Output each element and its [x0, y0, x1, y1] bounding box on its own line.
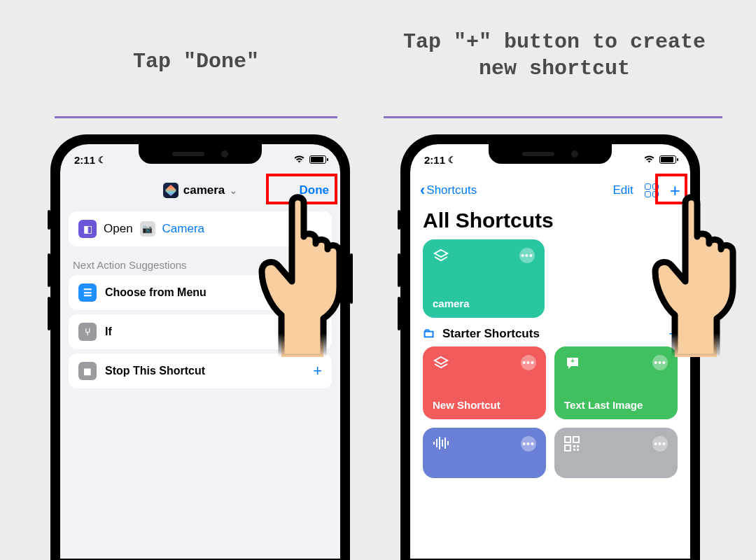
add-suggestion-icon[interactable]: + — [313, 284, 322, 302]
qr-icon — [564, 436, 580, 454]
nav-bar-editor: camera ⌄ Done — [60, 175, 340, 206]
notch — [489, 144, 612, 164]
screen-left: 2:11☾ camera ⌄ Done ◧ Open 📷 Camera Next… — [60, 144, 340, 559]
svg-rect-9 — [565, 445, 570, 451]
shortcuts-app-icon — [163, 183, 178, 198]
folder-add-icon[interactable]: + — [668, 325, 678, 343]
suggestions-header: Next Action Suggestions — [73, 259, 328, 271]
svg-rect-11 — [577, 445, 579, 447]
folder-icon: 🗀 — [423, 326, 435, 341]
folder-starter[interactable]: 🗀 Starter Shortcuts + — [423, 326, 678, 341]
suggestion-stop[interactable]: ◼ Stop This Shortcut + — [69, 354, 332, 388]
tile-menu-icon[interactable]: ••• — [521, 355, 536, 370]
divider-right — [384, 116, 722, 118]
tile-menu-icon[interactable]: ••• — [652, 355, 668, 370]
add-suggestion-icon[interactable]: + — [313, 362, 322, 380]
suggestion-label: If — [105, 326, 112, 338]
svg-rect-7 — [565, 437, 570, 442]
tile-label: Text Last Image — [564, 399, 668, 411]
shortcut-tile-text-image[interactable]: + ••• Text Last Image — [554, 346, 678, 419]
shortcut-tile-new[interactable]: ••• New Shortcut — [423, 346, 546, 419]
chevron-down-icon: ⌄ — [230, 186, 237, 196]
add-suggestion-icon[interactable]: + — [313, 323, 322, 341]
shortcut-tile-audio[interactable]: ••• — [423, 428, 546, 478]
branch-icon: ⑂ — [78, 323, 97, 341]
caption-left: Tap "Done" — [105, 49, 287, 76]
volume-down — [48, 297, 50, 330]
volume-down — [398, 297, 400, 330]
svg-rect-13 — [577, 449, 579, 451]
layers-icon — [433, 248, 449, 267]
tile-menu-icon[interactable]: ••• — [521, 436, 536, 451]
suggestion-label: Stop This Shortcut — [105, 365, 205, 377]
dnd-icon: ☾ — [98, 155, 106, 165]
add-shortcut-button[interactable]: + — [670, 181, 680, 200]
back-button[interactable]: ‹ Shortcuts — [420, 181, 477, 200]
action-target[interactable]: Camera — [162, 222, 204, 236]
chevron-left-icon: ‹ — [420, 181, 425, 200]
nav-bar-list: ‹ Shortcuts Edit + — [410, 175, 690, 206]
suggestion-label: Choose from Menu — [105, 286, 206, 299]
svg-rect-12 — [573, 449, 575, 451]
wifi-icon — [643, 154, 655, 166]
mute-switch — [398, 210, 400, 230]
shortcut-title: camera — [183, 183, 225, 197]
battery-icon — [659, 155, 676, 164]
waveform-icon — [433, 436, 451, 453]
screen-right: 2:11☾ ‹ Shortcuts Edit + All Shortcuts •… — [410, 144, 690, 559]
camera-app-icon: 📷 — [140, 221, 155, 237]
back-label: Shortcuts — [426, 183, 477, 197]
shortcut-tile-qr[interactable]: ••• — [554, 428, 678, 478]
volume-up — [398, 253, 400, 287]
svg-text:+: + — [570, 357, 575, 365]
folder-label: Starter Shortcuts — [442, 327, 540, 341]
layers-icon — [433, 355, 449, 374]
shortcut-title-group[interactable]: camera ⌄ — [163, 183, 238, 198]
tile-label: New Shortcut — [433, 399, 536, 411]
stop-icon: ◼ — [78, 362, 97, 380]
phone-frame-right: 2:11☾ ‹ Shortcuts Edit + All Shortcuts •… — [400, 134, 700, 560]
page-title: All Shortcuts — [410, 206, 690, 239]
wifi-icon — [293, 154, 305, 166]
edit-button[interactable]: Edit — [613, 183, 634, 197]
tile-menu-icon[interactable]: ••• — [652, 436, 668, 451]
svg-rect-10 — [573, 445, 575, 447]
caption-right: Tap "+" button to create new shortcut — [400, 29, 708, 82]
status-time: 2:11 — [74, 154, 95, 166]
dnd-icon: ☾ — [448, 155, 456, 165]
action-open-app[interactable]: ◧ Open 📷 Camera — [69, 211, 332, 246]
action-open-label: Open — [104, 222, 133, 236]
power-button — [350, 253, 353, 304]
svg-rect-8 — [573, 437, 579, 442]
divider-left — [55, 116, 337, 118]
power-button — [700, 253, 703, 304]
tile-label: camera — [433, 298, 535, 309]
status-time: 2:11 — [424, 154, 445, 166]
battery-icon — [309, 155, 326, 164]
shortcut-tile-camera[interactable]: ••• camera — [423, 239, 545, 318]
open-app-icon: ◧ — [78, 220, 97, 238]
mute-switch — [48, 210, 50, 230]
menu-icon: ☰ — [78, 284, 97, 302]
done-button[interactable]: Done — [300, 175, 330, 206]
view-grid-icon[interactable] — [645, 183, 659, 197]
suggestion-menu[interactable]: ☰ Choose from Menu + — [69, 275, 332, 310]
message-plus-icon: + — [564, 355, 581, 374]
suggestion-if[interactable]: ⑂ If + — [69, 314, 332, 349]
notch — [139, 144, 262, 164]
volume-up — [48, 253, 50, 287]
phone-frame-left: 2:11☾ camera ⌄ Done ◧ Open 📷 Camera Next… — [50, 134, 350, 560]
tile-menu-icon[interactable]: ••• — [519, 248, 535, 263]
